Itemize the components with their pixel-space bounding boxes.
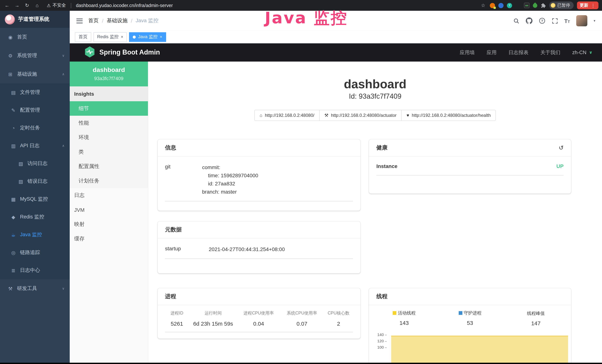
sidebar-item-file-management[interactable]: ▤ 文件管理 (0, 84, 70, 101)
y-axis-tick: 100 (369, 345, 387, 349)
help-icon[interactable]: ? (538, 17, 545, 24)
app-logo-row[interactable]: 芋道管理系统 (0, 11, 70, 28)
annotation-text: Java 监控 (265, 7, 348, 29)
sidebar-item-dev-tools[interactable]: ⚒ 研发工具 ∨ (0, 279, 70, 298)
security-indicator[interactable]: ⚠ 不安全 (47, 2, 66, 9)
extension-leaf-icon[interactable] (532, 2, 538, 9)
fullscreen-icon[interactable] (552, 18, 558, 24)
sba-item-environment[interactable]: 环境 (70, 130, 148, 145)
sba-nav-journal[interactable]: 日志报表 (509, 49, 528, 56)
tab-label: Redis 监控 (97, 34, 119, 40)
tab-redis-monitor[interactable]: Redis 监控 × (93, 32, 127, 42)
insights-section-label: Insights (70, 86, 148, 101)
legend-value: 147 (503, 320, 569, 326)
service-url-link[interactable]: ⌂ http://192.168.0.2:48080/ (254, 110, 320, 121)
warning-icon: ⚠ (47, 3, 51, 8)
reload-icon[interactable]: ↻ (24, 3, 30, 8)
breadcrumb-infrastructure[interactable]: 基础设施 (107, 17, 128, 24)
font-size-icon[interactable]: TT (564, 18, 570, 24)
address-bar[interactable]: dashboard.yudao.iocoder.cn/infra/admin-s… (76, 3, 173, 8)
extension-y-icon[interactable]: Y (507, 3, 512, 8)
sidebar-item-java-monitor[interactable]: ☕ Java 监控 (0, 226, 70, 244)
sidebar-item-error-logs[interactable]: ▨ 错误日志 (0, 172, 70, 190)
sba-locale-select[interactable]: zh-CN ∨ (572, 50, 592, 55)
sidebar-item-config-management[interactable]: ✎ 配置管理 (0, 101, 70, 119)
legend-live-threads: 活动线程 143 (371, 310, 437, 326)
sidebar-item-label: 配置管理 (20, 107, 40, 114)
sidebar-toggle-icon[interactable] (76, 18, 83, 23)
mysql-icon: ▦ (10, 196, 16, 202)
actuator-url-link[interactable]: ⚒ http://192.168.0.2:48080/actuator (319, 110, 402, 121)
sidebar-item-label: 研发工具 (17, 285, 37, 292)
avatar-caret-down-icon[interactable]: ▾ (594, 19, 595, 23)
legend-value: 143 (371, 320, 437, 326)
metadata-value: 2021-04-27T00:44:31.254+08:00 (209, 245, 285, 253)
extension-grid-icon[interactable] (516, 3, 521, 8)
page-title: dashboard (148, 77, 602, 91)
extensions-puzzle-icon[interactable] (541, 3, 546, 8)
sidebar-item-log-center[interactable]: ≣ 日志中心 (0, 261, 70, 279)
sidebar-item-link-tracing[interactable]: ◎ 链路追踪 (0, 244, 70, 261)
java-icon: ☕ (10, 232, 16, 237)
home-icon: ⌂ (259, 113, 262, 118)
browser-home-icon[interactable]: ⌂ (34, 3, 40, 8)
info-card-title: 信息 (158, 139, 360, 157)
extension-fox-icon[interactable] (490, 3, 495, 8)
sba-item-classes[interactable]: 类 (70, 145, 148, 159)
sba-nav-about[interactable]: 关于我们 (540, 49, 560, 56)
sba-item-config-props[interactable]: 配置属性 (70, 159, 148, 173)
sidebar-item-label: API 日志 (20, 142, 40, 149)
spring-boot-admin-frame: Spring Boot Admin 应用墙 应用 日志报表 关于我们 zh-CN… (70, 43, 602, 364)
chevron-up-icon: ∧ (62, 144, 64, 148)
sidebar-item-infrastructure[interactable]: ⊞ 基础设施 ∧ (0, 65, 70, 84)
error-log-icon: ▨ (18, 179, 24, 184)
history-icon[interactable]: ↺ (559, 144, 564, 151)
tab-home[interactable]: 首页 (75, 32, 91, 42)
log-center-icon: ≣ (10, 268, 16, 273)
breadcrumb-home[interactable]: 首页 (88, 17, 99, 24)
search-icon[interactable] (513, 18, 519, 24)
access-log-icon: ▧ (18, 161, 24, 166)
chrome-update-button[interactable]: 更新 ⋮ (577, 1, 598, 9)
sba-item-details[interactable]: 细节 (70, 101, 148, 116)
user-avatar[interactable] (576, 15, 587, 26)
instance-header[interactable]: dashboard 93a3fc7f7409 (70, 62, 148, 86)
health-url-link[interactable]: ♥ http://192.168.0.2:48080/actuator/heal… (401, 110, 496, 121)
forward-icon[interactable]: → (14, 3, 20, 8)
sba-item-logs[interactable]: 日志 (70, 188, 148, 203)
tab-java-monitor[interactable]: Java 监控 × (129, 32, 166, 42)
close-icon[interactable]: × (160, 35, 162, 39)
sidebar-item-label: Redis 监控 (20, 214, 44, 220)
sidebar-item-home[interactable]: ◉ 首页 (0, 28, 70, 46)
github-icon[interactable] (526, 17, 532, 24)
sidebar-item-label: 链路追踪 (20, 249, 40, 256)
sba-title[interactable]: Spring Boot Admin (99, 49, 160, 56)
sba-content: dashboard Id: 93a3fc7f7409 ⌂ http://192.… (148, 62, 602, 364)
info-commit-line: commit: (202, 163, 258, 171)
bookmark-star-icon[interactable]: ☆ (480, 3, 486, 8)
sidebar-item-api-logs[interactable]: ▥ API 日志 ∧ (0, 137, 70, 155)
browser-menu-icon[interactable]: ⋮ (591, 3, 595, 8)
breadcrumb: 首页 / 基础设施 / Java 监控 (88, 17, 159, 24)
sidebar-item-redis-monitor[interactable]: ◆ Redis 监控 (0, 208, 70, 226)
close-icon[interactable]: × (121, 35, 123, 39)
browser-profile-chip[interactable]: 已暂停 (549, 1, 573, 9)
sba-item-jvm[interactable]: JVM (70, 203, 148, 217)
sidebar-item-access-logs[interactable]: ▧ 访问日志 (0, 155, 70, 172)
sba-item-metrics[interactable]: 性能 (70, 116, 148, 130)
sidebar-item-system-management[interactable]: ⚙ 系统管理 ∨ (0, 46, 70, 65)
legend-label: 守护进程 (464, 310, 482, 316)
extension-drop-icon[interactable] (498, 3, 504, 8)
sba-item-caches[interactable]: 缓存 (70, 231, 148, 246)
back-icon[interactable]: ← (4, 3, 10, 8)
sba-nav-applications[interactable]: 应用 (487, 49, 497, 56)
security-label: 不安全 (53, 2, 66, 9)
sidebar-item-scheduled-tasks[interactable]: ◔ 定时任务 (0, 119, 70, 137)
sidebar-item-mysql-monitor[interactable]: ▦ MySQL 监控 (0, 190, 70, 208)
sba-nav-wall[interactable]: 应用墙 (460, 49, 475, 56)
instance-name: dashboard (74, 66, 144, 74)
tampermonkey-icon[interactable]: on (524, 3, 529, 8)
sba-item-mappings[interactable]: 映射 (70, 217, 148, 231)
sba-item-scheduled[interactable]: 计划任务 (70, 173, 148, 188)
active-dot-icon (133, 35, 136, 38)
